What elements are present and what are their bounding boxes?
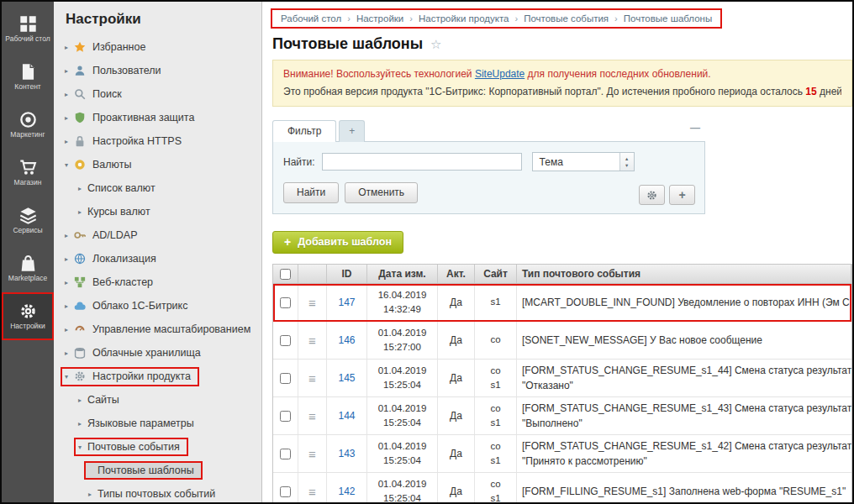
- menu-item-cloud-storage[interactable]: ▸Облачные хранилища: [54, 341, 261, 365]
- table-row: ≡14716.04.201914:32:49Даs1[MCART_DOUBLE_…: [273, 284, 851, 322]
- cell-active: Да: [438, 473, 475, 502]
- cell-type: [FORM_STATUS_CHANGE_RESUME_s1_42] Смена …: [517, 435, 851, 472]
- filter-tabs: Фильтр +: [272, 120, 705, 141]
- row-checkbox[interactable]: [280, 486, 291, 497]
- toolbar: + Добавить шаблон: [272, 231, 852, 254]
- minimize-icon[interactable]: —: [690, 122, 700, 134]
- menu-item-currency-list[interactable]: ▸Список валют: [54, 176, 261, 200]
- row-actions-menu-icon[interactable]: ≡: [308, 372, 316, 385]
- sidebar-item-services[interactable]: Сервисы: [2, 197, 54, 244]
- field-select[interactable]: Тема ▴▾: [532, 152, 635, 171]
- row-checkbox[interactable]: [280, 411, 291, 422]
- add-filter-field-button[interactable]: +: [669, 185, 695, 205]
- menu-item-bitrix-cloud[interactable]: ▸Облако 1С-Битрикс: [54, 294, 261, 318]
- menu-item-search[interactable]: ▸Поиск: [54, 82, 261, 106]
- services-icon: [19, 207, 37, 224]
- menu-item-https-settings[interactable]: ▸Настройка HTTPS: [54, 129, 261, 153]
- filter-tab[interactable]: Фильтр: [272, 120, 336, 142]
- menu-item-currency-rates[interactable]: ▸Курсы валют: [54, 200, 261, 223]
- row-id-link[interactable]: 142: [338, 486, 355, 497]
- cancel-button[interactable]: Отменить: [345, 182, 418, 203]
- row-checkbox[interactable]: [280, 449, 291, 459]
- key-icon: [74, 229, 87, 242]
- grid-body: ≡14716.04.201914:32:49Даs1[MCART_DOUBLE_…: [273, 284, 851, 502]
- sidebar-item-shop[interactable]: Магазин: [2, 149, 54, 197]
- menu-item-scaling[interactable]: ▸Управление масштабированием: [54, 318, 261, 341]
- breadcrumb-item[interactable]: Почтовые шаблоны: [624, 13, 712, 24]
- menu-item-label: Пользователи: [92, 65, 161, 76]
- row-id-link[interactable]: 145: [338, 372, 355, 384]
- menu-item-localization[interactable]: ▸Локализация: [54, 247, 261, 270]
- menu-item-language-params[interactable]: ▸Языковые параметры: [54, 412, 261, 435]
- date-column-header[interactable]: Дата изм.: [367, 265, 438, 283]
- row-id-link[interactable]: 143: [338, 448, 355, 459]
- siteupdate-link[interactable]: SiteUpdate: [475, 68, 525, 80]
- select-all-checkbox[interactable]: [280, 269, 291, 280]
- sidebar-item-label: Контент: [4, 83, 51, 92]
- favorite-star-icon[interactable]: ☆: [430, 37, 441, 52]
- chevron-right-icon: ▸: [65, 279, 74, 286]
- menu-item-mail-templates[interactable]: Почтовые шаблоны: [54, 459, 261, 482]
- menu-item-label: Валюты: [92, 159, 131, 171]
- active-column-header[interactable]: Акт.: [438, 265, 475, 283]
- add-template-button[interactable]: + Добавить шаблон: [272, 231, 403, 254]
- id-column-header[interactable]: ID: [327, 265, 367, 283]
- users-icon: [74, 65, 87, 77]
- sidebar-item-label: Marketplace: [4, 275, 51, 283]
- menu-item-label: Типы почтовых событий: [98, 488, 215, 500]
- cell-id: 145: [327, 360, 367, 396]
- cell-checkbox: [273, 360, 298, 396]
- sidebar-item-settings[interactable]: Настройки: [2, 292, 54, 340]
- cell-active: Да: [438, 435, 475, 472]
- breadcrumb-item[interactable]: Почтовые события: [524, 13, 609, 24]
- row-checkbox[interactable]: [280, 373, 291, 384]
- row-actions-menu-icon[interactable]: ≡: [308, 334, 316, 347]
- row-checkbox[interactable]: [280, 297, 291, 308]
- settings-menu-list: ▸Избранное▸Пользователи▸Поиск▸Проактивна…: [54, 35, 261, 502]
- sidebar-item-label: Рабочий стол: [4, 35, 51, 44]
- menu-item-mail-events[interactable]: ▾Почтовые события: [54, 435, 261, 459]
- site-column-header[interactable]: Сайт: [475, 265, 517, 283]
- row-actions-menu-icon[interactable]: ≡: [308, 486, 316, 498]
- menu-item-label: Управление масштабированием: [92, 323, 250, 335]
- row-actions-menu-icon[interactable]: ≡: [308, 297, 316, 309]
- find-button[interactable]: Найти: [283, 182, 339, 203]
- menu-item-proactive-protection[interactable]: ▸Проактивная защита: [54, 106, 261, 129]
- field-select-value: Тема: [533, 156, 563, 168]
- breadcrumb-item[interactable]: Рабочий стол: [281, 13, 341, 24]
- breadcrumb-item[interactable]: Настройки: [356, 13, 403, 24]
- sidebar-item-desktop[interactable]: Рабочий стол: [2, 5, 54, 53]
- sidebar-item-content[interactable]: Контент: [2, 53, 54, 101]
- menu-item-web-cluster[interactable]: ▸Веб-кластер: [54, 270, 261, 294]
- row-actions-menu-icon[interactable]: ≡: [308, 410, 316, 423]
- row-actions-menu-icon[interactable]: ≡: [308, 448, 316, 460]
- menu-item-favorites[interactable]: ▸Избранное: [54, 35, 261, 59]
- row-id-link[interactable]: 146: [338, 334, 355, 346]
- menu-item-users[interactable]: ▸Пользователи: [54, 59, 261, 82]
- shop-icon: [19, 159, 37, 176]
- notice-line1-text: Внимание! Воспользуйтесь технологией: [283, 68, 475, 80]
- storage-icon: [74, 347, 87, 360]
- breadcrumb-item[interactable]: Настройки продукта: [419, 13, 509, 24]
- row-id-link[interactable]: 147: [338, 297, 355, 308]
- menu-item-mail-event-types[interactable]: ▸Типы почтовых событий: [54, 482, 261, 502]
- type-column-header[interactable]: Тип почтового события: [517, 265, 851, 283]
- row-id-link[interactable]: 144: [338, 410, 355, 422]
- search-input[interactable]: [322, 153, 522, 171]
- menu-item-ad-ldap[interactable]: ▸AD/LDAP: [54, 223, 261, 247]
- sidebar-item-marketing[interactable]: Маркетинг: [2, 101, 54, 149]
- menu-item-product-settings[interactable]: ▾Настройки продукта: [54, 365, 261, 388]
- chevron-down-icon: ▾: [65, 373, 74, 381]
- filter-settings-button[interactable]: [639, 185, 665, 205]
- row-checkbox[interactable]: [280, 335, 291, 346]
- chevron-right-icon: ▸: [65, 326, 74, 333]
- add-filter-tab[interactable]: +: [339, 120, 365, 142]
- stepper-arrows-icon[interactable]: ▴▾: [619, 153, 634, 171]
- menu-item-sites[interactable]: ▸Сайты: [54, 388, 261, 412]
- sidebar-item-marketplace[interactable]: Marketplace: [2, 244, 54, 292]
- cell-checkbox: [273, 322, 298, 359]
- cell-active: Да: [438, 360, 475, 396]
- chevron-down-icon: ▾: [78, 444, 87, 451]
- menu-item-currencies[interactable]: ▾Валюты: [54, 153, 261, 176]
- breadcrumb-separator-icon: ›: [614, 13, 618, 24]
